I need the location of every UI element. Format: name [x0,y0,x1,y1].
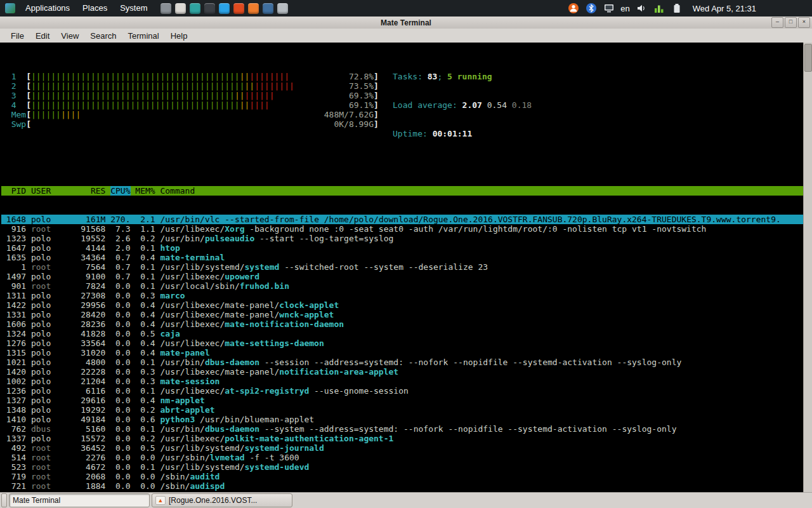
panel-left: Applications Places System [0,0,290,17]
system-monitor-icon[interactable] [653,3,665,15]
process-row-1635[interactable]: 1635 polo 34364 0.7 0.4 mate-terminal [1,253,804,262]
launcher-media-player-icon[interactable] [204,3,215,14]
user-cell: root [31,462,75,472]
command-args: --use-gnome-session [309,386,409,396]
process-row-1331[interactable]: 1331 polo 28420 0.0 0.4 /usr/libexec/mat… [1,310,804,319]
command-path: /usr/libexec/ [160,224,225,234]
taskbar-window-button-2[interactable]: [Rogue.One.2016.VOST... [152,493,292,507]
load-label: Load average: [393,100,462,110]
show-desktop-button[interactable] [1,493,7,507]
battery-icon[interactable] [671,3,683,15]
stats-cells: 36452 0.0 0.5 [75,443,160,453]
stats-cells: 29616 0.0 0.4 [75,396,160,405]
menu-system[interactable]: System [114,0,154,17]
pid-cell: 1315 [1,348,31,358]
applications-menu-icon[interactable] [5,3,15,13]
menubar: FileEditViewSearchTerminalHelp [0,29,812,43]
process-row-1410[interactable]: 1410 polo 49184 0.0 0.6 python3 /usr/bin… [1,415,804,424]
process-table-header[interactable]: PID USER RES CPU% MEM% Command [1,186,804,196]
command-basename: clock-applet [279,300,339,310]
terminal-viewport[interactable]: 1 [|||||||||||||||||||||||||||||||||||||… [0,43,812,493]
column-headers-right: MEM% Command [131,186,195,196]
process-row-523[interactable]: 523 root 4672 0.0 0.1 /usr/lib/systemd/s… [1,462,804,472]
launcher-jdownloader-icon[interactable] [233,3,244,14]
launcher-firefox-icon[interactable] [248,3,259,14]
process-row-1648[interactable]: 1648 polo 161M 270. 2.1 /usr/bin/vlc --s… [1,215,804,224]
process-row-1276[interactable]: 1276 polo 33564 0.0 0.4 /usr/libexec/mat… [1,338,804,348]
window-title: Mate Terminal [0,18,812,27]
stats-cells: 19292 0.0 0.2 [75,405,160,415]
process-row-1420[interactable]: 1420 polo 22228 0.0 0.3 /usr/libexec/mat… [1,367,804,377]
command-args: -background none :0 -seat seat0 -auth /v… [245,224,707,234]
volume-icon[interactable] [636,3,648,15]
process-row-1021[interactable]: 1021 polo 4800 0.0 0.1 /usr/bin/dbus-dae… [1,358,804,367]
process-row-1348[interactable]: 1348 polo 19292 0.0 0.2 abrt-applet [1,405,804,415]
process-row-721[interactable]: 721 root 1884 0.0 0.0 /sbin/audispd [1,481,804,491]
pid-cell: 1348 [1,405,31,415]
process-row-901[interactable]: 901 root 7824 0.0 0.1 /usr/local/sbin/fr… [1,281,804,291]
stats-cells: 7564 0.7 0.1 [75,262,160,272]
pid-cell: 1236 [1,386,31,396]
command-path: /usr/libexec/ [160,386,225,396]
stats-cells: 161M 270. 2.1 [75,215,160,224]
meter-value: 72.8% [349,72,374,81]
process-row-1323[interactable]: 1323 polo 19552 2.6 0.2 /usr/bin/pulseau… [1,234,804,243]
process-row-1337[interactable]: 1337 polo 15572 0.0 0.2 /usr/libexec/pol… [1,434,804,443]
launcher-settings-icon[interactable] [277,3,288,14]
meter-value: 0K/8.99G [334,119,374,129]
process-row-1311[interactable]: 1311 polo 27308 0.0 0.3 marco [1,291,804,300]
menu-applications[interactable]: Applications [19,0,76,17]
process-row-1647[interactable]: 1647 polo 4144 2.0 0.1 htop [1,243,804,253]
launcher-terminal-icon[interactable] [160,3,171,14]
process-row-1315[interactable]: 1315 polo 31020 0.0 0.4 mate-panel [1,348,804,358]
htop: 1 [|||||||||||||||||||||||||||||||||||||… [1,53,804,493]
stats-cells: 34364 0.7 0.4 [75,253,160,262]
menubar-item-search[interactable]: Search [84,31,122,41]
launcher-calculator-icon[interactable] [175,3,186,14]
menubar-item-help[interactable]: Help [165,31,193,41]
bluetooth-icon[interactable] [585,3,597,15]
titlebar[interactable]: Mate Terminal – □ × [0,17,812,29]
process-row-1606[interactable]: 1606 polo 28236 0.0 0.4 /usr/libexec/mat… [1,319,804,329]
command-basename: systemd [245,262,280,272]
process-row-1422[interactable]: 1422 polo 29956 0.0 0.4 /usr/libexec/mat… [1,300,804,310]
display-icon[interactable] [603,3,615,15]
clock[interactable]: Wed Apr 5, 21:31 [693,4,756,13]
process-row-719[interactable]: 719 root 2068 0.0 0.0 /sbin/auditd [1,472,804,481]
menu-places[interactable]: Places [76,0,114,17]
taskbar-window-button-1[interactable]: Mate Terminal [9,493,150,507]
command-path: /sbin/ [160,472,190,481]
process-row-492[interactable]: 492 root 36452 0.0 0.5 /usr/lib/systemd/… [1,443,804,453]
terminal-scrollbar[interactable] [803,43,812,493]
process-row-762[interactable]: 762 dbus 5160 0.0 0.1 /usr/bin/dbus-daem… [1,424,804,434]
menubar-item-terminal[interactable]: Terminal [122,31,165,41]
stats-cells: 5160 0.0 0.1 [75,424,160,434]
process-row-1002[interactable]: 1002 polo 21204 0.0 0.3 mate-session [1,377,804,386]
command-path: /usr/bin/ [160,424,204,434]
command-path: /usr/lib/systemd/ [160,443,244,453]
launcher-steam-icon[interactable] [263,3,273,14]
process-row-1236[interactable]: 1236 polo 6116 0.0 0.1 /usr/libexec/at-s… [1,386,804,396]
minimize-button[interactable]: – [771,17,783,28]
menubar-item-edit[interactable]: Edit [30,31,55,41]
keyboard-layout-indicator[interactable]: en [620,3,629,15]
command-basename: htop [160,243,180,253]
process-row-1324[interactable]: 1324 polo 41828 0.0 0.5 caja [1,329,804,338]
menubar-item-view[interactable]: View [55,31,84,41]
launcher-browser-icon[interactable] [190,3,200,14]
process-row-1[interactable]: 1 root 7564 0.7 0.1 /usr/lib/systemd/sys… [1,262,804,272]
scrollbar-thumb[interactable] [804,44,812,72]
process-row-1497[interactable]: 1497 polo 9100 0.7 0.1 /usr/libexec/upow… [1,272,804,281]
close-button[interactable]: × [798,17,810,28]
user-cell: dbus [31,424,75,434]
user-cell: polo [31,291,75,300]
maximize-button[interactable]: □ [785,17,797,28]
menubar-item-file[interactable]: File [5,31,30,41]
process-row-514[interactable]: 514 root 2276 0.0 0.0 /usr/sbin/lvmetad … [1,453,804,462]
process-row-1327[interactable]: 1327 polo 29616 0.0 0.4 nm-applet [1,396,804,405]
process-row-916[interactable]: 916 root 91568 7.3 1.1 /usr/libexec/Xorg… [1,224,804,234]
launcher-telegram-icon[interactable] [219,3,230,14]
pid-cell: 1422 [1,300,31,310]
user-notification-icon[interactable] [567,3,579,15]
command-args: --session --address=systemd: --nofork --… [259,358,681,367]
